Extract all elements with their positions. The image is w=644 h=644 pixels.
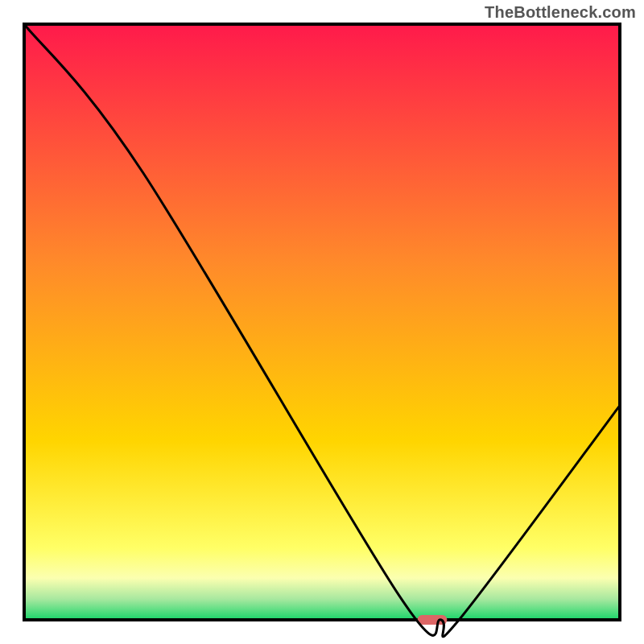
watermark-text: TheBottleneck.com [485, 3, 636, 22]
plot-background [24, 24, 620, 620]
chart-canvas [0, 0, 644, 644]
